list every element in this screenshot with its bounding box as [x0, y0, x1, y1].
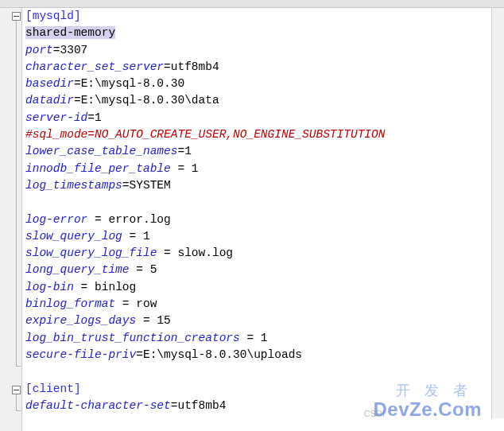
config-line[interactable]: log-bin = binlog [22, 279, 504, 296]
config-value: 15 [157, 314, 170, 327]
vertical-scrollbar[interactable] [491, 8, 504, 418]
blank-line[interactable] [22, 363, 504, 380]
config-key: port [25, 44, 53, 56]
config-key: log_timestamps [25, 179, 122, 192]
fold-toggle-client[interactable] [12, 386, 21, 394]
config-line[interactable]: lower_case_table_names=1 [22, 143, 504, 160]
config-value: slow.log [177, 247, 233, 259]
config-value: utf8mb4 [171, 60, 219, 73]
section-header-line[interactable]: [mysqld] [22, 8, 504, 25]
config-line[interactable]: expire_logs_days = 15 [22, 313, 504, 329]
config-line[interactable]: binlog_format = row [22, 296, 504, 313]
equals: = [136, 348, 143, 361]
config-line[interactable]: log_bin_trust_function_creators = 1 [22, 330, 504, 347]
equals: = [122, 179, 130, 192]
config-line[interactable]: long_query_time = 5 [22, 262, 504, 278]
equals: = [157, 247, 177, 259]
config-line[interactable]: slow_query_log = 1 [22, 228, 504, 245]
fold-guide-mysqld [16, 21, 17, 366]
config-key: log-error [25, 213, 87, 226]
config-key: lower_case_table_names [25, 145, 177, 157]
equals: = [53, 44, 60, 56]
config-value: 3307 [60, 44, 88, 56]
equals: = [115, 297, 136, 310]
config-line[interactable]: datadir=E:\mysql-8.0.30\data [22, 92, 504, 109]
config-line[interactable]: log_timestamps=SYSTEM [22, 177, 504, 194]
fold-toggle-mysqld[interactable] [12, 12, 21, 21]
config-value: E:\mysql-8.0.30 [81, 77, 185, 90]
config-key: server-id [25, 111, 87, 124]
equals: = [136, 314, 157, 327]
config-value: 1 [184, 145, 192, 157]
equals: = [177, 145, 184, 157]
config-line[interactable]: slow_query_log_file = slow.log [22, 245, 504, 262]
config-value: E:\mysql-8.0.30\uploads [143, 348, 302, 361]
fold-end-client [16, 410, 21, 411]
equals: = [240, 332, 261, 344]
section-header: [client] [25, 382, 81, 395]
config-key: default-character-set [25, 399, 171, 412]
equals: = [130, 263, 150, 276]
config-value: 1 [95, 111, 102, 124]
blank-line[interactable] [22, 194, 504, 211]
config-key: innodb_file_per_table [25, 162, 171, 175]
config-key: expire_logs_days [25, 314, 136, 327]
config-line[interactable]: port=3307 [22, 42, 504, 59]
code-area[interactable]: [mysqld]shared-memoryport=3307character_… [22, 8, 504, 431]
config-line[interactable]: server-id=1 [22, 110, 504, 126]
config-key: character_set_server [25, 60, 164, 73]
code-editor[interactable]: [mysqld]shared-memoryport=3307character_… [0, 0, 504, 431]
config-value: 5 [150, 263, 157, 276]
watermark-csdn: CSDI [364, 409, 385, 418]
config-key: slow_query_log_file [25, 247, 157, 259]
config-value: E:\mysql-8.0.30\data [81, 94, 219, 107]
config-line[interactable]: basedir=E:\mysql-8.0.30 [22, 76, 504, 92]
equals: = [74, 77, 81, 90]
config-value: row [136, 297, 157, 310]
config-value: utf8mb4 [177, 399, 226, 412]
config-value: 1 [192, 162, 199, 175]
config-key: datadir [25, 94, 74, 107]
fold-end-mysqld [16, 366, 21, 367]
config-line[interactable]: log-error = error.log [22, 212, 504, 228]
config-key: basedir [25, 77, 74, 90]
config-key: secure-file-priv [25, 348, 136, 361]
equals: = [87, 213, 108, 226]
equals: = [171, 162, 192, 175]
comment-text: #sql_mode=NO_AUTO_CREATE_USER,NO_ENGINE_… [25, 128, 385, 141]
equals: = [87, 111, 95, 124]
config-value: error.log [108, 213, 170, 226]
equals: = [164, 60, 171, 73]
section-header-line[interactable]: [client] [22, 381, 504, 398]
config-value: 1 [143, 230, 150, 243]
config-key: log_bin_trust_function_creators [25, 332, 240, 344]
config-key: log-bin [25, 281, 74, 293]
config-line[interactable]: innodb_file_per_table = 1 [22, 161, 504, 177]
config-key: long_query_time [25, 263, 130, 276]
fold-gutter [0, 8, 22, 431]
config-line[interactable]: character_set_server=utf8mb4 [22, 59, 504, 76]
config-line[interactable]: secure-file-priv=E:\mysql-8.0.30\uploads [22, 347, 504, 363]
equals: = [74, 281, 95, 293]
config-line[interactable]: shared-memory [22, 25, 504, 41]
equals: = [122, 230, 143, 243]
selected-text: shared-memory [25, 26, 115, 39]
editor-top-border [0, 0, 504, 8]
config-line[interactable]: default-character-set=utf8mb4 [22, 398, 504, 414]
section-header: [mysqld] [25, 10, 81, 22]
fold-guide-client [16, 394, 17, 410]
config-value: SYSTEM [130, 179, 171, 192]
config-key: slow_query_log [25, 230, 122, 243]
comment-line[interactable]: #sql_mode=NO_AUTO_CREATE_USER,NO_ENGINE_… [22, 126, 504, 143]
config-value: 1 [261, 332, 268, 344]
config-key: binlog_format [25, 297, 115, 310]
config-value: binlog [95, 281, 136, 293]
equals: = [74, 94, 81, 107]
